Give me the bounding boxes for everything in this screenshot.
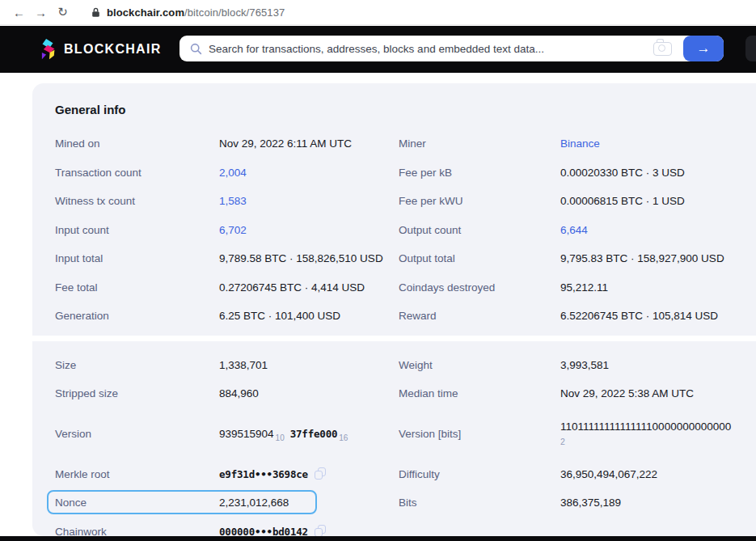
row-label: Fee per kWU bbox=[399, 195, 560, 207]
merkle-root-value: e9f31d•••3698ce bbox=[219, 467, 399, 480]
row-value: 6.25 BTC · 101,400 USD bbox=[219, 310, 399, 322]
row-label: Input count bbox=[55, 224, 219, 236]
table-row: Input count 6,702 Output count 6,644 bbox=[55, 216, 750, 245]
row-label: Difficulty bbox=[399, 468, 560, 480]
table-row: Fee total 0.27206745 BTC · 4,414 USD Coi… bbox=[55, 273, 750, 302]
url-bar[interactable]: blockchair.com/bitcoin/block/765137 bbox=[91, 6, 285, 19]
version-decimal: 939515904 bbox=[219, 428, 274, 440]
browser-chrome: ← → ↻ blockchair.com/bitcoin/block/76513… bbox=[0, 0, 756, 25]
row-value: 36,950,494,067,222 bbox=[560, 468, 750, 480]
url-host: blockchair.com bbox=[107, 6, 184, 19]
back-icon[interactable]: ← bbox=[8, 6, 30, 19]
blockchair-logo-icon bbox=[39, 38, 57, 61]
row-label: Version bbox=[55, 428, 219, 440]
brand-name: BLOCKCHAIR bbox=[64, 42, 162, 57]
row-label: Size bbox=[55, 359, 219, 371]
row-label: Fee per kB bbox=[399, 167, 560, 179]
search-icon bbox=[190, 43, 202, 55]
table-row: Mined on Nov 29, 2022 6:11 AM UTC Miner … bbox=[55, 129, 750, 158]
row-label: Merkle root bbox=[55, 468, 219, 480]
search-submit-button[interactable]: → bbox=[683, 36, 724, 61]
row-label: Generation bbox=[55, 310, 219, 322]
table-row: Size 1,338,701 Weight 3,993,581 bbox=[55, 351, 750, 380]
base-2-subscript: 2 bbox=[560, 436, 750, 448]
witness-tx-count-link[interactable]: 1,583 bbox=[219, 195, 399, 207]
site-header: BLOCKCHAIR → bbox=[0, 26, 756, 73]
forward-icon[interactable]: → bbox=[30, 6, 52, 19]
version-value: 9395159041037ffe00016 bbox=[219, 428, 399, 440]
search-bar[interactable]: → bbox=[179, 36, 724, 61]
row-label: Reward bbox=[399, 310, 560, 322]
row-value: 1,338,701 bbox=[219, 359, 399, 371]
version-hex: 37ffe000 bbox=[290, 428, 338, 440]
row-label: Stripped size bbox=[55, 387, 219, 399]
miner-link[interactable]: Binance bbox=[560, 137, 750, 150]
blockchair-logo[interactable]: BLOCKCHAIR bbox=[39, 38, 162, 61]
row-value: Nov 29, 2022 6:11 AM UTC bbox=[219, 137, 399, 150]
lock-icon bbox=[91, 7, 100, 18]
row-value: Nov 29, 2022 5:38 AM UTC bbox=[560, 387, 750, 399]
merkle-root-hash: e9f31d•••3698ce bbox=[219, 468, 308, 480]
general-info-card: General info Mined on Nov 29, 2022 6:11 … bbox=[32, 83, 756, 536]
header-edge-button[interactable] bbox=[745, 36, 756, 61]
row-label: Mined on bbox=[55, 137, 219, 150]
row-label: Nonce bbox=[55, 497, 219, 509]
table-row: Input total 9,789.58 BTC · 158,826,510 U… bbox=[55, 244, 750, 273]
row-label: Coindays destroyed bbox=[399, 281, 560, 294]
copy-icon[interactable] bbox=[315, 467, 326, 480]
table-row: Merkle root e9f31d•••3698ce Difficulty 3… bbox=[55, 460, 750, 489]
input-count-link[interactable]: 6,702 bbox=[219, 224, 399, 236]
table-row: Transaction count 2,004 Fee per kB 0.000… bbox=[55, 158, 750, 188]
row-value: 0.27206745 BTC · 4,414 USD bbox=[219, 281, 399, 294]
nonce-value: 2,231,012,668 bbox=[219, 497, 399, 509]
base-10-subscript: 10 bbox=[276, 433, 285, 442]
row-label: Input total bbox=[55, 252, 219, 264]
camera-icon[interactable] bbox=[653, 42, 672, 56]
table-row: Stripped size 884,960 Median time Nov 29… bbox=[55, 379, 750, 408]
row-label: Output total bbox=[399, 252, 560, 264]
row-label: Transaction count bbox=[55, 167, 219, 179]
row-value: 386,375,189 bbox=[560, 497, 750, 509]
row-value: 0.00020330 BTC · 3 USD bbox=[560, 167, 750, 179]
card-title: General info bbox=[55, 103, 750, 116]
bottom-bar bbox=[0, 536, 756, 541]
row-value: 9,795.83 BTC · 158,927,900 USD bbox=[560, 252, 750, 264]
row-label: Miner bbox=[399, 137, 560, 150]
table-row-nonce: Nonce 2,231,012,668 Bits 386,375,189 bbox=[55, 488, 750, 518]
table-row: Version 9395159041037ffe00016 Version [b… bbox=[55, 408, 750, 460]
row-value: 884,960 bbox=[219, 387, 399, 399]
row-label: Output count bbox=[399, 224, 560, 236]
output-count-link[interactable]: 6,644 bbox=[560, 224, 750, 236]
row-label: Version [bits] bbox=[399, 428, 560, 440]
section-divider bbox=[32, 336, 756, 341]
row-value: 9,789.58 BTC · 158,826,510 USD bbox=[219, 252, 399, 264]
reload-icon[interactable]: ↻ bbox=[52, 5, 74, 19]
version-bits-value: 110111111111111110000000000000 2 bbox=[560, 420, 750, 448]
submit-arrow-icon: → bbox=[697, 40, 711, 57]
search-input[interactable] bbox=[202, 36, 653, 61]
row-label: Bits bbox=[399, 497, 560, 509]
row-value: 3,993,581 bbox=[560, 359, 750, 371]
row-value: 6.52206745 BTC · 105,814 USD bbox=[560, 310, 750, 322]
version-bits-binary: 110111111111111110000000000000 bbox=[560, 420, 750, 433]
url-text: blockchair.com/bitcoin/block/765137 bbox=[107, 6, 285, 19]
row-label: Weight bbox=[399, 359, 560, 371]
transaction-count-link[interactable]: 2,004 bbox=[219, 167, 399, 179]
table-row: Generation 6.25 BTC · 101,400 USD Reward… bbox=[55, 302, 750, 331]
row-label: Fee total bbox=[55, 281, 219, 294]
row-label: Median time bbox=[399, 387, 560, 399]
row-label: Witness tx count bbox=[55, 195, 219, 207]
row-value: 0.00006815 BTC · 1 USD bbox=[560, 195, 750, 207]
base-16-subscript: 16 bbox=[339, 433, 348, 442]
table-row: Witness tx count 1,583 Fee per kWU 0.000… bbox=[55, 187, 750, 216]
url-path: /bitcoin/block/765137 bbox=[184, 6, 285, 19]
row-value: 95,212.11 bbox=[560, 281, 750, 294]
